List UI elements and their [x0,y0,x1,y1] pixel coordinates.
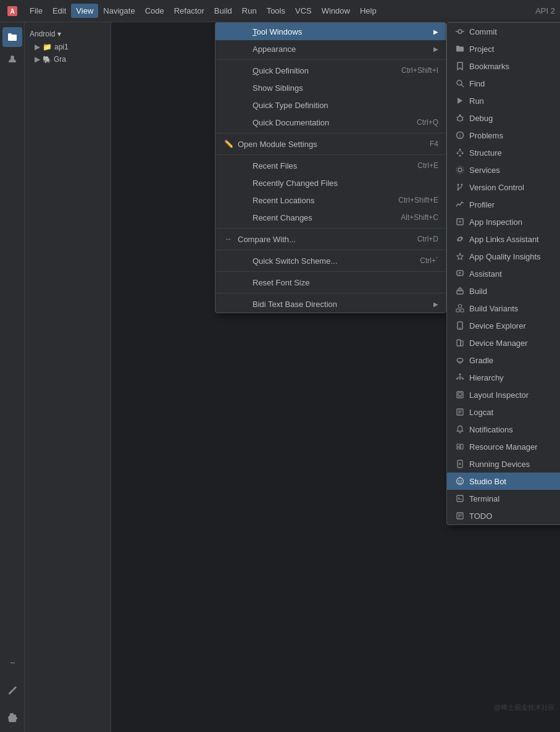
view-menu-item-tool-windows[interactable]: Tool Windows▶ [215,23,446,40]
tw-menu-item-device-manager[interactable]: Device Manager [447,334,560,351]
tw-menu-item-problems[interactable]: !ProblemsAlt+6 [447,127,560,144]
view-menu-item-quick-switch[interactable]: Quick Switch Scheme...Ctrl+` [215,252,446,269]
tw-menu-label-services: Services [469,166,560,175]
file-tree-dropdown-icon[interactable]: ▾ [57,30,61,38]
view-menu-item-show-siblings[interactable]: Show Siblings [215,79,446,96]
view-menu-item-recent-locations[interactable]: Recent LocationsCtrl+Shift+E [215,191,446,209]
menu-view[interactable]: View [71,4,98,18]
quick-switch-icon [238,255,249,266]
tw-menu-item-run[interactable]: RunAlt+4 [447,92,560,109]
submenu-arrow-tool-windows: ▶ [433,28,438,35]
menu-run[interactable]: Run [237,4,262,18]
svg-point-42 [459,378,461,380]
view-menu-item-open-module-settings[interactable]: ✏️Open Module SettingsF4 [215,135,446,153]
view-menu-item-appearance[interactable]: Appearance▶ [215,40,446,57]
tw-menu-item-gradle[interactable]: Gradle [447,351,560,369]
sidebar-folder-btn[interactable] [2,27,22,47]
svg-line-16 [458,151,460,153]
view-menu-label-quick-type-def: Quick Type Definition [253,101,438,110]
tw-menu-item-resource-manager[interactable]: Resource Manager [447,438,560,455]
tw-menu-item-terminal[interactable]: TerminalAlt+F12 [447,490,560,507]
view-menu-item-quick-definition[interactable]: Quick DefinitionCtrl+Shift+I [215,62,446,79]
tw-menu-item-profiler[interactable]: Profiler [447,196,560,213]
file-tree-item-gradle[interactable]: ▶ 🐘 Gra [25,53,111,65]
menu-edit[interactable]: Edit [48,4,71,18]
tw-menu-item-assistant[interactable]: Assistant [447,265,560,282]
tw-menu-item-project[interactable]: ProjectAlt+1 [447,40,560,57]
menu-separator [215,228,446,229]
file-tree-item-api[interactable]: ▶ 📁 api1 [25,41,111,53]
menu-code[interactable]: Code [140,4,169,18]
svg-text:A: A [10,8,14,15]
tw-menu-item-app-inspection[interactable]: App Inspection [447,213,560,230]
tw-menu-item-debug[interactable]: DebugAlt+5 [447,109,560,127]
tw-menu-item-todo[interactable]: TODO [447,507,560,524]
sidebar-icons: ··· [0,22,25,732]
view-menu-label-recent-changes: Recent Changes [253,213,391,222]
bookmarks-icon [454,61,466,72]
tw-menu-item-app-quality[interactable]: App Quality Insights [447,248,560,265]
tw-menu-label-terminal: Terminal [469,494,560,503]
tw-menu-item-version-control[interactable]: Version ControlAlt+9 [447,179,560,196]
view-menu-label-quick-switch: Quick Switch Scheme... [253,256,410,266]
view-menu-item-recent-files[interactable]: Recent FilesCtrl+E [215,157,446,174]
tw-menu-item-notifications[interactable]: Notifications [447,421,560,438]
tw-menu-item-find[interactable]: FindAlt+3 [447,75,560,92]
menu-tools[interactable]: Tools [262,4,290,18]
tw-menu-item-running-devices[interactable]: Running Devices [447,455,560,473]
tw-menu-item-structure[interactable]: StructureAlt+7 [447,144,560,161]
view-menu-item-quick-type-def[interactable]: Quick Type Definition [215,96,446,114]
view-menu-shortcut-recent-files: Ctrl+E [417,161,438,170]
sidebar-person-btn[interactable] [2,49,22,69]
menu-separator [215,59,446,60]
svg-point-43 [462,378,464,380]
view-menu-item-bidi-text[interactable]: Bidi Text Base Direction▶ [215,295,446,313]
tw-menu-item-app-links[interactable]: App Links Assistant [447,230,560,248]
view-menu-item-recent-changes[interactable]: Recent ChangesAlt+Shift+C [215,209,446,226]
svg-text:!: ! [459,133,461,139]
view-menu-item-compare-with[interactable]: ↔Compare With...Ctrl+D [215,230,446,248]
svg-line-17 [460,151,462,153]
tw-menu-item-logcat[interactable]: Logcat [447,403,560,421]
tw-menu-item-hierarchy[interactable]: Hierarchy [447,369,560,386]
tw-menu-label-notifications: Notifications [469,425,560,434]
view-menu-item-recently-changed[interactable]: Recently Changed Files [215,174,446,191]
sidebar-settings-btn[interactable] [2,707,22,727]
tw-menu-label-layout-inspector: Layout Inspector [469,390,560,400]
watermark: @稀土掘金技术社区 [494,703,555,712]
view-menu-item-reset-font[interactable]: Reset Font Size [215,274,446,291]
sidebar-more-btn[interactable]: ··· [2,653,22,673]
tw-menu-item-layout-inspector[interactable]: Layout Inspector [447,386,560,403]
svg-rect-33 [461,309,464,312]
view-menu-item-quick-documentation[interactable]: Quick DocumentationCtrl+Q [215,114,446,131]
tw-menu-item-commit[interactable]: CommitAlt+0 [447,23,560,40]
menu-help[interactable]: Help [355,4,382,18]
show-siblings-icon [238,82,249,93]
svg-point-15 [459,155,461,157]
tw-menu-label-build-variants: Build Variants [469,304,560,313]
view-menu-dropdown[interactable]: Tool Windows▶Appearance▶Quick Definition… [215,22,446,313]
svg-rect-55 [457,444,460,447]
menu-navigate[interactable]: Navigate [98,4,140,18]
view-menu-shortcut-open-module-settings: F4 [430,140,438,148]
tw-menu-item-device-explorer[interactable]: Device Explorer [447,317,560,334]
tw-menu-item-build[interactable]: Build [447,282,560,300]
tool-windows-submenu[interactable]: CommitAlt+0ProjectAlt+1BookmarksAlt+2Fin… [446,22,560,525]
tw-menu-item-bookmarks[interactable]: BookmarksAlt+2 [447,57,560,75]
tw-menu-label-structure: Structure [469,148,560,158]
tool-windows-icon [238,26,249,37]
sidebar-build-btn[interactable] [2,680,22,700]
tw-menu-item-build-variants[interactable]: Build Variants [447,300,560,317]
device-manager-icon [454,337,466,348]
menu-window[interactable]: Window [317,4,355,18]
view-menu-shortcut-quick-documentation: Ctrl+Q [417,118,438,127]
menu-refactor[interactable]: Refactor [169,4,209,18]
svg-rect-31 [459,287,461,289]
menu-vcs[interactable]: VCS [290,4,317,18]
menu-build[interactable]: Build [209,4,237,18]
menu-file[interactable]: File [25,4,48,18]
tw-menu-item-studio-bot[interactable]: Studio Bot [447,473,560,490]
notifications-icon [454,424,466,435]
tw-menu-item-services[interactable]: ServicesAlt+8 [447,161,560,179]
file-tree-header[interactable]: Android ▾ [25,27,111,41]
